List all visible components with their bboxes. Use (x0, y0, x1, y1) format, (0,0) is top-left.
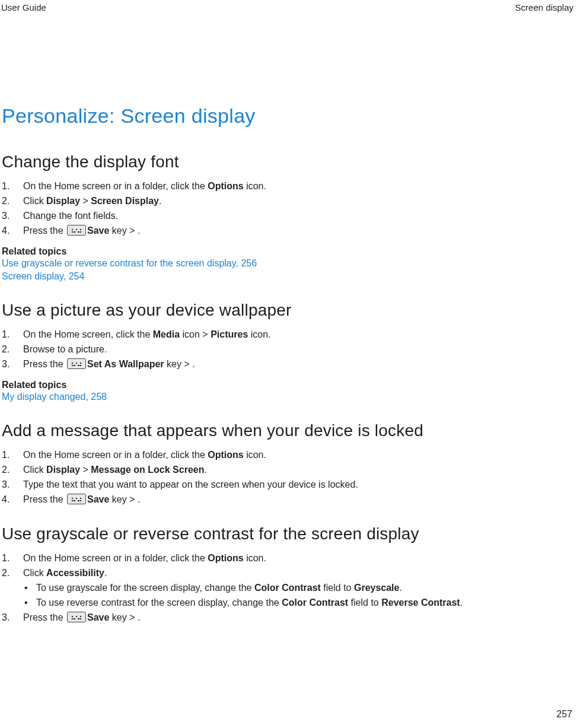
step-item: Click Display > Screen Display. (2, 193, 572, 208)
bold-term: Options (208, 181, 243, 191)
menu-key-icon (67, 358, 86, 369)
bold-term: Message on Lock Screen (91, 465, 204, 475)
page-number: 257 (556, 709, 572, 720)
page-header: User Guide Screen display (0, 2, 577, 12)
bold-term: Accessibility (46, 568, 104, 578)
bold-term: Set As Wallpaper (87, 359, 164, 369)
step-item: Press the Set As Wallpaper key > . (2, 357, 572, 371)
step-item: On the Home screen or in a folder, click… (2, 179, 572, 193)
bold-term: Screen Display (91, 196, 159, 206)
bold-term: Display (46, 465, 80, 475)
menu-key-icon (67, 225, 86, 236)
bold-term: Reverse Contrast (381, 597, 460, 608)
sub-item: To use reverse contrast for the screen d… (23, 595, 572, 610)
section-heading: Use grayscale or reverse contrast for th… (2, 524, 572, 543)
header-left: User Guide (1, 2, 46, 12)
bold-term: Save (87, 494, 109, 504)
steps-list: On the Home screen or in a folder, click… (2, 551, 572, 625)
steps-list: On the Home screen, click the Media icon… (2, 327, 572, 371)
section-heading: Use a picture as your device wallpaper (2, 301, 572, 320)
related-topic-link[interactable]: Screen display, 254 (2, 270, 572, 283)
step-item: Press the Save key > . (2, 610, 572, 625)
bold-term: Options (208, 553, 243, 563)
bold-term: Save (87, 225, 109, 236)
menu-key-icon (67, 494, 86, 504)
step-item: Type the text that you want to appear on… (2, 477, 572, 492)
bold-term: Color Contrast (282, 597, 348, 608)
bold-term: Options (208, 450, 243, 460)
bold-term: Display (46, 196, 80, 206)
step-item: Press the Save key > . (2, 223, 572, 238)
step-item: Press the Save key > . (2, 492, 572, 507)
step-item: On the Home screen, click the Media icon… (2, 327, 572, 342)
sub-list: To use grayscale for the screen display,… (23, 580, 572, 610)
bold-term: Media (153, 329, 180, 339)
section-heading: Change the display font (2, 152, 572, 171)
related-topics-label: Related topics (2, 380, 572, 390)
related-topic-link[interactable]: Use grayscale or reverse contrast for th… (2, 257, 572, 270)
bold-term: Pictures (211, 329, 248, 339)
section-heading: Add a message that appears when your dev… (2, 421, 572, 440)
bold-term: Greyscale (354, 583, 400, 593)
step-item: On the Home screen or in a folder, click… (2, 551, 572, 565)
main-content: Personalize: Screen display Change the d… (0, 12, 577, 625)
step-item: Change the font fields. (2, 208, 572, 223)
menu-key-icon (67, 612, 86, 622)
header-right: Screen display (515, 2, 573, 12)
steps-list: On the Home screen or in a folder, click… (2, 447, 572, 507)
step-item: On the Home screen or in a folder, click… (2, 447, 572, 462)
step-item: Click Accessibility. (2, 565, 572, 580)
bold-term: Color Contrast (254, 583, 321, 593)
step-item: Browse to a picture. (2, 342, 572, 357)
sub-item: To use grayscale for the screen display,… (23, 580, 572, 595)
related-topic-link[interactable]: My display changed, 258 (2, 390, 572, 403)
related-topics-label: Related topics (2, 246, 572, 257)
bold-term: Save (87, 612, 109, 622)
step-item: Click Display > Message on Lock Screen. (2, 462, 572, 477)
page-title: Personalize: Screen display (2, 104, 572, 128)
steps-list: On the Home screen or in a folder, click… (2, 179, 572, 238)
